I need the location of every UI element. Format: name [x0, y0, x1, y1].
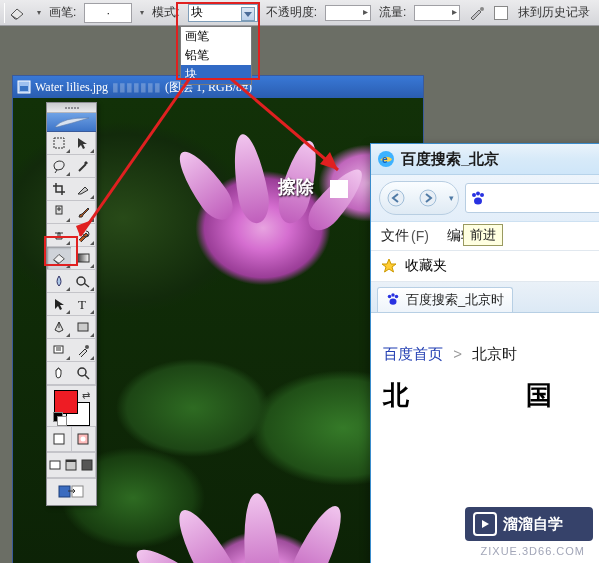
tools-grip[interactable] — [47, 103, 96, 113]
tools-palette[interactable]: T ⇄ — [46, 102, 97, 506]
arrow-right-icon — [419, 189, 437, 207]
tool-dodge[interactable] — [71, 270, 96, 293]
brush-preset-picker[interactable]: · — [84, 3, 132, 23]
svg-rect-17 — [78, 434, 88, 444]
back-button[interactable] — [380, 182, 412, 214]
workspace: Water lilies.jpg ▮▮▮▮▮▮▮ (图层 1, RGB/8#) — [0, 27, 599, 563]
browser-navbar: ▾ — [371, 175, 599, 222]
tool-notes[interactable] — [47, 339, 72, 362]
browser-window: e 百度搜索_北京 ▾ 文件(F) 编辑(E) 前进 — [370, 143, 599, 563]
nav-history-dropdown[interactable]: ▾ — [444, 193, 458, 203]
forward-button[interactable] — [412, 182, 444, 214]
tool-brush[interactable] — [71, 201, 96, 224]
svg-point-0 — [480, 7, 484, 11]
svg-point-18 — [81, 437, 86, 442]
jump-to-imageready[interactable] — [47, 478, 96, 505]
mode-option-brush[interactable]: 画笔 — [181, 27, 251, 46]
mode-option-block[interactable]: 块 — [181, 65, 251, 84]
star-icon[interactable] — [381, 258, 397, 274]
tool-standard-mode[interactable] — [47, 427, 72, 452]
watermark-url: ZIXUE.3D66.COM — [481, 545, 585, 557]
svg-point-32 — [474, 198, 482, 205]
browser-tab-active[interactable]: 百度搜索_北京时 — [377, 287, 513, 312]
breadcrumb-sep: > — [453, 345, 462, 362]
svg-point-27 — [388, 190, 404, 206]
flow-field[interactable] — [414, 5, 460, 21]
opacity-field[interactable] — [325, 5, 371, 21]
menu-file[interactable]: 文件(F) — [381, 227, 429, 245]
svg-point-34 — [388, 295, 392, 299]
watermark-badge: 溜溜自学 ZIXUE.3D66.COM — [465, 507, 593, 541]
mode-dropdown[interactable]: 画笔 铅笔 块 — [180, 26, 252, 85]
svg-rect-20 — [66, 460, 76, 470]
address-bar[interactable] — [465, 183, 599, 213]
tool-path-select[interactable] — [47, 293, 72, 316]
svg-text:e: e — [382, 154, 388, 165]
tool-magic-wand[interactable] — [71, 155, 96, 178]
tool-zoom[interactable] — [71, 362, 96, 385]
svg-rect-22 — [82, 460, 92, 470]
browser-tabstrip: 百度搜索_北京时 — [371, 282, 599, 313]
tool-clone-stamp[interactable] — [47, 224, 72, 247]
tab-label: 百度搜索_北京时 — [406, 291, 504, 309]
tool-blur[interactable] — [47, 270, 72, 293]
erase-to-history-label: 抹到历史记录 — [518, 4, 590, 21]
foreground-color-swatch[interactable] — [54, 390, 78, 414]
tool-gradient[interactable] — [71, 247, 96, 270]
svg-point-10 — [77, 277, 85, 285]
tool-hand[interactable] — [47, 362, 72, 385]
tool-history-brush[interactable] — [71, 224, 96, 247]
watermark-brand: 溜溜自学 — [503, 515, 563, 534]
tool-eyedropper[interactable] — [71, 339, 96, 362]
tool-eraser[interactable] — [47, 247, 72, 270]
svg-point-29 — [472, 193, 476, 197]
tool-pen[interactable] — [47, 316, 72, 339]
screen-mode-full-menubar[interactable] — [63, 453, 80, 478]
swap-colors-icon[interactable]: ⇄ — [82, 390, 90, 401]
svg-rect-9 — [77, 254, 89, 262]
tool-type[interactable]: T — [71, 293, 96, 316]
flow-label: 流量: — [379, 4, 406, 21]
default-colors-icon[interactable] — [53, 412, 65, 424]
arrow-left-icon — [387, 189, 405, 207]
favorites-label[interactable]: 收藏夹 — [405, 257, 447, 275]
browser-title: 百度搜索_北京 — [401, 150, 499, 169]
svg-point-30 — [476, 192, 480, 196]
tool-slice[interactable] — [71, 178, 96, 201]
browser-menubar: 文件(F) 编辑(E) 前进 — [371, 222, 599, 251]
mode-select[interactable]: 块 — [188, 4, 258, 22]
current-tool-eraser-icon[interactable] — [4, 3, 29, 23]
tools-header — [47, 113, 96, 132]
breadcrumb-home[interactable]: 百度首页 — [383, 345, 443, 362]
airbrush-icon[interactable] — [468, 4, 486, 22]
tool-move[interactable] — [71, 132, 96, 155]
tool-quickmask-mode[interactable] — [72, 427, 97, 452]
tool-marquee[interactable] — [47, 132, 72, 155]
baidu-paw-icon — [470, 190, 486, 206]
svg-rect-7 — [54, 138, 64, 148]
tool-shape[interactable] — [71, 316, 96, 339]
svg-point-36 — [395, 295, 399, 299]
forward-tooltip: 前进 — [463, 224, 503, 246]
mode-option-pencil[interactable]: 铅笔 — [181, 46, 251, 65]
tool-healing-brush[interactable] — [47, 201, 72, 224]
mode-select-value: 块 — [191, 4, 203, 21]
tools-grid: T — [47, 132, 96, 385]
chevron-down-icon — [244, 12, 252, 17]
svg-rect-8 — [56, 206, 62, 214]
breadcrumb: 百度首页 > 北京时 — [383, 323, 599, 378]
screen-mode-standard[interactable] — [47, 453, 64, 478]
chevron-down-icon[interactable]: ▾ — [37, 8, 41, 17]
options-bar: ▾ 画笔: · ▾ 模式: 块 不透明度: 流量: 抹到历史记录 — [0, 0, 599, 26]
svg-rect-21 — [66, 460, 76, 462]
annotation-erase-square — [330, 180, 348, 198]
document-sys-icon — [17, 80, 31, 94]
screen-mode-full[interactable] — [79, 453, 96, 478]
browser-titlebar[interactable]: e 百度搜索_北京 — [371, 144, 599, 175]
svg-point-37 — [390, 299, 397, 305]
svg-rect-16 — [54, 434, 64, 444]
erase-to-history-checkbox[interactable] — [494, 6, 508, 20]
tool-lasso[interactable] — [47, 155, 72, 178]
tool-crop[interactable] — [47, 178, 72, 201]
chevron-down-icon[interactable]: ▾ — [140, 8, 144, 17]
